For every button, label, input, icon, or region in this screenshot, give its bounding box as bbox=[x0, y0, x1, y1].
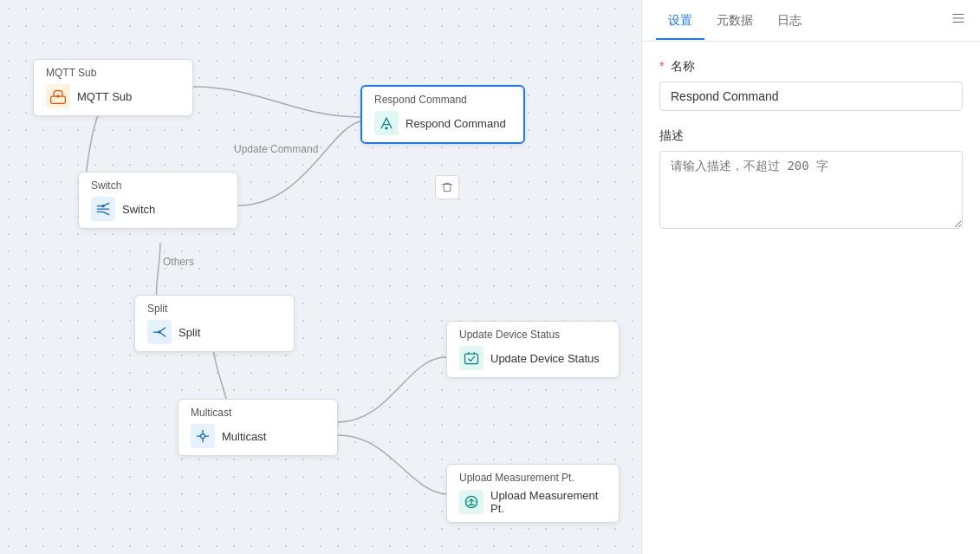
svg-point-8 bbox=[466, 501, 468, 503]
node-respond-command-title: Respond Command bbox=[374, 94, 511, 106]
node-switch[interactable]: Switch Switch bbox=[78, 172, 238, 229]
svg-point-9 bbox=[475, 501, 477, 503]
svg-point-3 bbox=[385, 127, 387, 129]
tab-metadata[interactable]: 元数据 bbox=[704, 3, 765, 39]
svg-point-2 bbox=[101, 205, 104, 207]
tab-settings[interactable]: 设置 bbox=[656, 3, 704, 39]
desc-field-label: 描述 bbox=[659, 128, 963, 144]
node-update-device-status-icon bbox=[459, 346, 484, 370]
node-multicast-icon bbox=[191, 424, 215, 448]
name-field-group: * 名称 bbox=[659, 59, 963, 111]
node-split-label: Split bbox=[178, 326, 200, 339]
node-upload-measurement[interactable]: Upload Measurement Pt. Upload Measuremen… bbox=[446, 464, 620, 523]
node-switch-title: Switch bbox=[91, 179, 225, 192]
node-multicast[interactable]: Multicast Multicast bbox=[178, 399, 338, 456]
name-input[interactable] bbox=[659, 81, 963, 111]
svg-rect-6 bbox=[465, 354, 478, 364]
panel-body: * 名称 描述 bbox=[642, 42, 980, 554]
node-multicast-title: Multicast bbox=[191, 407, 325, 419]
node-split[interactable]: Split Split bbox=[134, 295, 295, 352]
svg-point-5 bbox=[201, 434, 205, 439]
node-respond-command-icon bbox=[374, 111, 399, 135]
tab-logs[interactable]: 日志 bbox=[765, 3, 814, 39]
flow-canvas[interactable]: Update Command Others MQTT Sub MQTT Sub … bbox=[0, 0, 641, 554]
node-upload-measurement-icon bbox=[459, 490, 484, 514]
node-respond-command-label: Respond Command bbox=[406, 117, 506, 130]
node-switch-label: Switch bbox=[122, 203, 155, 216]
svg-point-4 bbox=[158, 330, 160, 333]
node-mqtt-sub-label: MQTT Sub bbox=[77, 90, 132, 103]
panel-menu-icon[interactable] bbox=[951, 10, 966, 30]
desc-textarea[interactable] bbox=[659, 151, 963, 229]
node-mqtt-sub-title: MQTT Sub bbox=[46, 67, 180, 79]
name-required-marker: * bbox=[659, 59, 664, 73]
delete-node-button[interactable] bbox=[435, 175, 459, 199]
node-update-device-status-label: Update Device Status bbox=[490, 352, 600, 365]
node-upload-measurement-label: Upload Measurement Pt. bbox=[490, 489, 607, 515]
edge-label-update: Update Command bbox=[234, 143, 318, 155]
node-multicast-label: Multicast bbox=[222, 430, 266, 443]
right-panel: 设置 元数据 日志 * 名称 描述 bbox=[641, 0, 980, 554]
node-mqtt-sub-icon bbox=[46, 84, 70, 108]
node-switch-icon bbox=[91, 197, 115, 221]
node-split-title: Split bbox=[147, 303, 282, 315]
name-field-label: * 名称 bbox=[659, 59, 963, 75]
edge-label-others: Others bbox=[163, 256, 194, 268]
svg-point-1 bbox=[56, 95, 59, 97]
node-upload-measurement-title: Upload Measurement Pt. bbox=[459, 472, 607, 484]
node-update-device-status-title: Update Device Status bbox=[459, 329, 607, 341]
node-split-icon bbox=[147, 320, 172, 344]
node-mqtt-sub[interactable]: MQTT Sub MQTT Sub bbox=[33, 59, 193, 116]
desc-field-group: 描述 bbox=[659, 128, 963, 232]
panel-tab-bar: 设置 元数据 日志 bbox=[642, 0, 980, 42]
node-update-device-status[interactable]: Update Device Status Update Device Statu… bbox=[446, 321, 620, 378]
node-respond-command[interactable]: Respond Command Respond Command bbox=[360, 85, 525, 144]
